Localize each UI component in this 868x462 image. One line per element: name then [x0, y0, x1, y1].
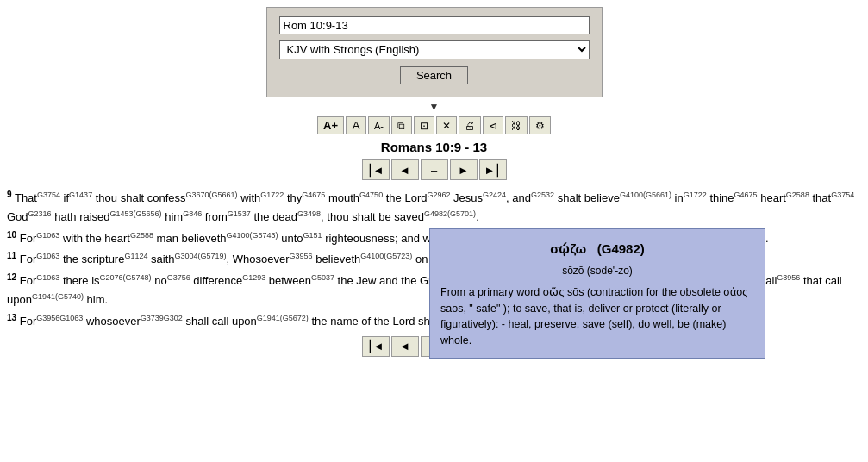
strongs[interactable]: G4675: [302, 190, 325, 199]
strongs[interactable]: G3956G1063: [36, 314, 83, 322]
strongs[interactable]: G3739G302: [141, 314, 183, 322]
strongs[interactable]: G1063: [36, 231, 59, 240]
settings-button[interactable]: ⚙: [529, 116, 551, 134]
nav-prev-button-bottom[interactable]: ◄: [391, 336, 419, 357]
bible-text: 9 ThatG3754 ifG1437 thou shalt confessG3…: [7, 187, 861, 331]
verse-num-10: 10: [7, 230, 16, 240]
strongs[interactable]: G1124: [124, 252, 147, 260]
strongs[interactable]: G4100(G5661): [620, 190, 671, 199]
strongs[interactable]: G4675: [734, 190, 758, 199]
strongs[interactable]: G3670(G5661): [186, 190, 238, 199]
nav-play-button[interactable]: ►: [450, 159, 478, 180]
nav-minus-button[interactable]: –: [421, 159, 448, 180]
copy2-button[interactable]: ⊡: [414, 116, 434, 134]
nav-first-button-bottom[interactable]: ⎮◄: [362, 336, 390, 357]
tooltip-greek-word: σῴζω (G4982): [440, 238, 754, 260]
strongs[interactable]: G4750: [359, 190, 383, 199]
strongs[interactable]: G1293: [242, 273, 265, 282]
panel-arrow: ▼: [0, 101, 868, 113]
strongs[interactable]: G1063: [36, 273, 59, 282]
strongs[interactable]: G4982(G5701): [424, 209, 476, 218]
link-button[interactable]: ⛓: [505, 116, 528, 134]
strongs[interactable]: G2588: [786, 190, 809, 199]
tooltip-definition: From a primary word σῶς sōs (contraction…: [440, 284, 754, 349]
nav-first-button[interactable]: ⎮◄: [362, 159, 390, 180]
nav-last-button[interactable]: ►⎮: [479, 159, 507, 180]
strongs[interactable]: G2588: [130, 231, 153, 240]
verse-num-13: 13: [7, 313, 16, 322]
strongs[interactable]: G846: [183, 209, 202, 218]
toolbar: A+ A A- ⧉ ⊡ ✕ 🖨 ⊲ ⛓ ⚙: [0, 116, 868, 134]
strongs[interactable]: G1722: [260, 190, 284, 199]
passage-title: Romans 10:9 - 13: [0, 140, 868, 154]
close-button[interactable]: ✕: [436, 116, 457, 134]
verse-num-9: 9: [7, 190, 12, 199]
nav-buttons-top: ⎮◄ ◄ – ► ►⎮: [0, 159, 868, 180]
tooltip-transliteration: sōzō (sode'-zo): [440, 262, 754, 279]
strongs[interactable]: G2962: [427, 190, 450, 199]
strongs[interactable]: G2532: [531, 190, 554, 199]
strongs[interactable]: G4100(G5723): [360, 252, 412, 260]
strongs[interactable]: G3498: [297, 209, 321, 218]
font-reset-button[interactable]: A: [346, 116, 366, 134]
strongs[interactable]: G1453(G5656): [110, 209, 162, 218]
strongs[interactable]: G1941(G5672): [257, 314, 309, 322]
strongs[interactable]: G5037: [311, 273, 334, 282]
strongs[interactable]: G1063: [36, 252, 59, 260]
font-larger-button[interactable]: A+: [317, 116, 344, 134]
strongs[interactable]: G1537: [228, 209, 251, 218]
strongs[interactable]: G2424: [483, 190, 506, 199]
strongs[interactable]: G3956: [777, 273, 800, 282]
strongs[interactable]: G3956: [290, 252, 313, 260]
strongs[interactable]: G1722: [684, 190, 707, 199]
font-smaller-button[interactable]: A-: [368, 116, 390, 134]
strongs[interactable]: G4100(G5743): [227, 231, 278, 240]
strongs[interactable]: G3754: [37, 190, 60, 199]
verse-9: 9 ThatG3754 ifG1437 thou shalt confessG3…: [7, 187, 861, 228]
copy-button[interactable]: ⧉: [391, 116, 412, 134]
print-button[interactable]: 🖨: [459, 116, 481, 134]
reference-input[interactable]: [279, 16, 590, 34]
strongs[interactable]: G3754: [831, 190, 854, 199]
strongs-tooltip: σῴζω (G4982) sōzō (sode'-zo) From a prim…: [429, 228, 765, 359]
translation-select[interactable]: KJV with Strongs (English)KJVNASBNIVESV: [279, 40, 590, 59]
strongs[interactable]: G3756: [167, 273, 190, 282]
strongs[interactable]: G2076(G5748): [100, 273, 152, 282]
strongs[interactable]: G1437: [69, 190, 92, 199]
verse-num-12: 12: [7, 272, 16, 282]
strongs[interactable]: G151: [303, 231, 322, 240]
strongs[interactable]: G1941(G5740): [32, 292, 84, 301]
verse-num-11: 11: [7, 251, 16, 260]
strongs[interactable]: G3004(G5719): [175, 252, 227, 260]
search-panel: KJV with Strongs (English)KJVNASBNIVESV …: [266, 7, 603, 97]
search-button[interactable]: Search: [400, 66, 468, 84]
nav-prev-button[interactable]: ◄: [391, 159, 419, 180]
share-button[interactable]: ⊲: [483, 116, 503, 134]
strongs[interactable]: G2316: [28, 209, 52, 218]
